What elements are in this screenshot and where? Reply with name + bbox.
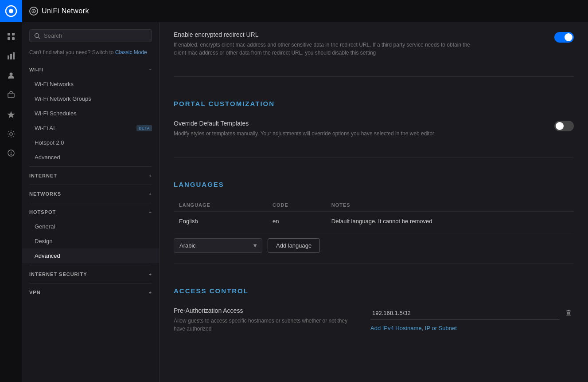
svg-rect-18: [567, 312, 568, 315]
encrypted-url-label: Enable encrypted redirect URL: [174, 31, 475, 38]
languages-table: LANGUAGE CODE NOTES English en Default l…: [174, 199, 574, 231]
encrypted-url-info: Enable encrypted redirect URL If enabled…: [174, 31, 475, 57]
svg-line-17: [39, 37, 40, 39]
classic-mode-link[interactable]: Classic Mode: [115, 49, 147, 55]
sidebar-item-wifi-schedules[interactable]: Wi-Fi Schedules: [22, 106, 159, 121]
main-content: Enable encrypted redirect URL If enabled…: [160, 22, 588, 382]
svg-point-1: [9, 9, 13, 13]
topbar-brand: UniFi Network: [22, 7, 96, 16]
sidebar-section-header-networks[interactable]: NETWORKS +: [22, 187, 159, 201]
svg-rect-23: [566, 315, 571, 315]
lang-row-code: en: [267, 212, 326, 231]
sidebar-section-internet: INTERNET +: [22, 169, 159, 185]
divider-3: [174, 264, 574, 264]
delete-pre-auth-button[interactable]: [563, 307, 574, 319]
trash-icon: [565, 309, 572, 316]
brand-icon: [29, 7, 38, 16]
icon-nav: [0, 22, 22, 382]
brand-name: UniFi Network: [42, 7, 89, 15]
override-templates-toggle[interactable]: [554, 121, 574, 131]
nav-clients[interactable]: [2, 67, 20, 84]
sidebar-section-hotspot: HOTSPOT − General Design Advanced: [22, 205, 159, 265]
sidebar-section-wifi: WI-FI − Wi-Fi Networks Wi-Fi Network Gro…: [22, 63, 159, 167]
svg-point-13: [10, 133, 12, 135]
encrypted-url-desc: If enabled, encrypts client mac address …: [174, 41, 475, 57]
svg-rect-10: [13, 52, 15, 59]
search-input[interactable]: [44, 32, 147, 39]
toggle-thumb: [565, 33, 572, 41]
divider-wifi: [29, 166, 152, 167]
svg-rect-8: [8, 55, 9, 59]
divider-networks: [29, 203, 152, 203]
nav-settings[interactable]: [2, 125, 20, 143]
svg-point-15: [11, 154, 12, 155]
override-templates-desc: Modify styles or templates manually. You…: [174, 130, 475, 138]
pre-auth-input-area: Add IPv4 Hostname, IP or Subnet: [370, 307, 574, 331]
divider-internet: [29, 185, 152, 185]
divider-hotspot: [29, 265, 152, 265]
sidebar-item-hotspot-2[interactable]: Hotspot 2.0: [22, 135, 159, 150]
expand-internet-security-icon: +: [149, 272, 152, 277]
sidebar-item-hotspot-advanced[interactable]: Advanced: [22, 248, 159, 263]
expand-networks-icon: +: [149, 191, 152, 197]
sidebar-item-wifi-network-groups[interactable]: Wi-Fi Network Groups: [22, 91, 159, 106]
lang-col-language: LANGUAGE: [174, 199, 267, 212]
portal-customization-heading: PORTAL CUSTOMIZATION: [174, 87, 574, 111]
sidebar-section-header-internet[interactable]: INTERNET +: [22, 169, 159, 183]
sidebar-item-wifi-ai[interactable]: Wi-Fi AI BETA: [22, 121, 159, 135]
override-templates-row: Override Default Templates Modify styles…: [174, 111, 574, 146]
access-control-row: Pre-Authorization Access Allow guests to…: [174, 298, 574, 342]
lang-select-container: Arabic French German Spanish Chinese Jap…: [174, 238, 262, 253]
svg-rect-12: [8, 93, 14, 98]
search-box[interactable]: [29, 29, 152, 42]
override-templates-label: Override Default Templates: [174, 120, 475, 127]
languages-heading: LANGUAGES: [174, 168, 574, 192]
lang-row-notes: Default language. It cannot be removed: [326, 212, 574, 231]
pre-auth-label: Pre-Authorization Access: [174, 307, 360, 314]
pre-auth-info: Pre-Authorization Access Allow guests to…: [174, 307, 360, 333]
app-logo[interactable]: [0, 0, 22, 22]
sidebar-section-header-internet-security[interactable]: INTERNET SECURITY +: [22, 267, 159, 281]
divider-internet-security: [29, 283, 152, 284]
expand-internet-icon: +: [149, 173, 152, 178]
lang-col-code: CODE: [267, 199, 326, 212]
sidebar-item-wifi-advanced[interactable]: Advanced: [22, 150, 159, 165]
sidebar-section-internet-security: INTERNET SECURITY +: [22, 267, 159, 284]
sidebar: Can't find what you need? Switch to Clas…: [22, 22, 160, 382]
svg-rect-6: [8, 37, 10, 40]
sidebar-item-hotspot-design[interactable]: Design: [22, 234, 159, 248]
nav-insights[interactable]: [2, 106, 20, 123]
svg-rect-22: [568, 310, 570, 311]
sidebar-section-networks: NETWORKS +: [22, 187, 159, 203]
nav-statistics[interactable]: [2, 47, 20, 65]
nav-devices[interactable]: [2, 86, 20, 104]
pre-auth-input[interactable]: [370, 307, 560, 319]
search-icon: [34, 33, 40, 39]
lang-row-language: English: [174, 212, 267, 231]
nav-dashboard[interactable]: [2, 28, 20, 45]
nav-alerts[interactable]: [2, 145, 20, 162]
access-control-heading: ACCESS CONTROL: [174, 275, 574, 298]
add-language-button[interactable]: Add language: [268, 238, 320, 253]
divider-1: [174, 76, 574, 77]
sidebar-section-header-hotspot[interactable]: HOTSPOT −: [22, 205, 159, 219]
sidebar-item-wifi-networks[interactable]: Wi-Fi Networks: [22, 77, 159, 91]
lang-select[interactable]: Arabic French German Spanish Chinese Jap…: [174, 238, 262, 253]
svg-rect-19: [568, 312, 569, 315]
svg-rect-7: [12, 37, 15, 40]
encrypted-url-toggle[interactable]: [554, 32, 574, 43]
topbar: UniFi Network: [0, 0, 588, 22]
svg-rect-20: [569, 312, 570, 315]
expand-vpn-icon: +: [149, 290, 152, 295]
svg-point-3: [33, 10, 35, 12]
sidebar-item-hotspot-general[interactable]: General: [22, 219, 159, 234]
sidebar-section-header-vpn[interactable]: VPN +: [22, 285, 159, 299]
sidebar-section-vpn: VPN +: [22, 285, 159, 299]
beta-badge: BETA: [136, 125, 152, 131]
override-templates-info: Override Default Templates Modify styles…: [174, 120, 475, 138]
add-ipv4-link[interactable]: Add IPv4 Hostname, IP or Subnet: [370, 325, 457, 331]
sidebar-section-header-wifi[interactable]: WI-FI −: [22, 63, 159, 77]
pre-auth-input-row: [370, 307, 574, 319]
collapse-wifi-icon: −: [149, 67, 152, 72]
svg-point-11: [9, 73, 12, 76]
